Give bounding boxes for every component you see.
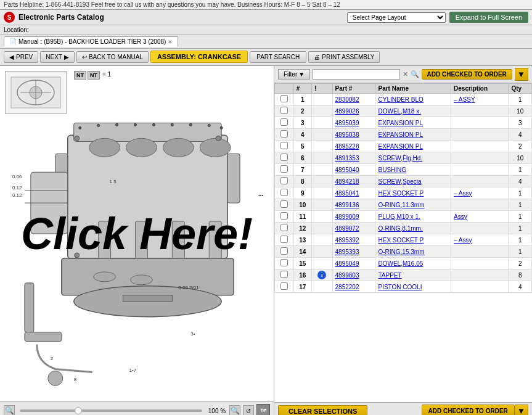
row-checkbox[interactable] — [280, 259, 288, 266]
row-part-num[interactable]: 4895041 — [332, 187, 375, 199]
minimap-icon[interactable]: 🗺 — [256, 404, 270, 415]
row-checkbox[interactable] — [280, 200, 288, 208]
row-part-num[interactable]: 4895038 — [332, 129, 375, 141]
row-checkbox[interactable] — [280, 95, 288, 102]
info-icon[interactable]: i — [317, 271, 326, 279]
row-part-name[interactable]: HEX SOCKET P — [375, 187, 451, 199]
row-part-name[interactable]: EXPANSION PL — [375, 117, 451, 129]
clear-selections-button[interactable]: CLEAR SELECTIONS — [278, 405, 367, 416]
add-to-order-dropdown-button[interactable]: ▼ — [515, 68, 528, 81]
row-checkbox[interactable] — [280, 130, 288, 138]
row-part-name[interactable]: O-RING,11.3mm — [375, 199, 451, 211]
row-part-name[interactable]: BUSHING — [375, 164, 451, 176]
part-name-link[interactable]: DOWEL,M16.05 — [378, 260, 423, 267]
part-name-link[interactable]: HEX SOCKET P — [378, 190, 424, 197]
part-name-link[interactable]: EXPANSION PL — [378, 120, 423, 126]
print-button[interactable]: 🖨 PRINT ASSEMBLY — [308, 51, 380, 63]
row-part-name[interactable]: PISTON COOLI — [375, 281, 451, 293]
row-checkbox[interactable] — [280, 118, 288, 126]
row-part-num[interactable]: 4899009 — [332, 211, 375, 223]
part-name-link[interactable]: SCREW,Specia — [378, 178, 421, 185]
zoom-slider-thumb[interactable] — [75, 407, 82, 414]
row-part-num[interactable]: 4895049 — [332, 258, 375, 269]
row-part-num[interactable]: 4899026 — [332, 105, 375, 117]
part-num-link[interactable]: 2830082 — [335, 96, 359, 103]
row-part-num[interactable]: 4895039 — [332, 117, 375, 129]
zoom-reset-button[interactable]: ↺ — [243, 405, 254, 415]
expand-button[interactable]: Expand to Full Screen — [449, 12, 528, 23]
row-checkbox[interactable] — [280, 212, 288, 220]
zoom-slider-container[interactable] — [17, 409, 205, 412]
row-part-name[interactable]: DOWEL,M16.05 — [375, 258, 451, 269]
row-part-num[interactable]: 4894218 — [332, 176, 375, 187]
row-checkbox[interactable] — [280, 189, 288, 196]
row-checkbox[interactable] — [280, 224, 288, 231]
parts-table-container[interactable]: # ! Part # Part Name Description Qty 128… — [274, 83, 532, 402]
row-checkbox[interactable] — [280, 165, 288, 173]
row-part-name[interactable]: SCREW,Specia — [375, 176, 451, 187]
row-checkbox[interactable] — [280, 142, 288, 149]
row-part-num[interactable]: 4899803 — [332, 269, 375, 281]
part-name-link[interactable]: TAPPET — [378, 272, 401, 279]
row-part-num[interactable]: 2852202 — [332, 281, 375, 293]
part-name-link[interactable]: O-RING,15.3mm — [378, 249, 424, 255]
row-part-num[interactable]: 4895228 — [332, 141, 375, 152]
part-name-link[interactable]: DOWEL,M18 x. — [378, 108, 420, 115]
part-search-button[interactable]: PART SEARCH — [250, 51, 306, 63]
part-name-link[interactable]: EXPANSION PL — [378, 131, 423, 138]
part-num-link[interactable]: 4899136 — [335, 202, 359, 208]
part-num-link[interactable]: 4895041 — [335, 190, 359, 197]
part-num-link[interactable]: 4899072 — [335, 225, 359, 232]
part-name-link[interactable]: HEX SOCKET P — [378, 237, 424, 244]
row-checkbox[interactable] — [280, 107, 288, 114]
part-num-link[interactable]: 4899009 — [335, 213, 359, 220]
add-to-order-button[interactable]: ADD CHECKED TO ORDER — [422, 69, 512, 80]
part-num-link[interactable]: 4895038 — [335, 131, 359, 138]
part-name-link[interactable]: O-RING,11.3mm — [378, 202, 424, 208]
row-checkbox[interactable] — [280, 177, 288, 184]
next-button[interactable]: NEXT ▶ — [40, 51, 75, 63]
row-checkbox[interactable] — [280, 271, 288, 278]
add-checked-dropdown-button[interactable]: ▼ — [515, 405, 528, 415]
description-link[interactable]: – Assy — [454, 237, 472, 244]
part-name-link[interactable]: CYLINDER BLO — [378, 96, 423, 103]
row-part-name[interactable]: DOWEL,M18 x. — [375, 105, 451, 117]
part-num-link[interactable]: 4895228 — [335, 143, 359, 150]
row-part-name[interactable]: CYLINDER BLO — [375, 94, 451, 105]
filter-input[interactable] — [313, 69, 399, 80]
row-part-num[interactable]: 4899072 — [332, 223, 375, 234]
row-checkbox[interactable] — [280, 282, 288, 290]
row-part-num[interactable]: 4895392 — [332, 234, 375, 246]
row-part-name[interactable]: O-RING,15.3mm — [375, 246, 451, 258]
row-part-num[interactable]: 4899136 — [332, 199, 375, 211]
description-link[interactable]: Assy — [454, 213, 467, 220]
part-name-link[interactable]: BUSHING — [378, 166, 406, 173]
row-part-name[interactable]: EXPANSION PL — [375, 129, 451, 141]
zoom-in-button[interactable]: 🔍 — [229, 405, 240, 415]
row-checkbox[interactable] — [280, 236, 288, 243]
part-num-link[interactable]: 2852202 — [335, 284, 359, 290]
part-num-link[interactable]: 4895040 — [335, 166, 359, 173]
part-name-link[interactable]: PISTON COOLI — [378, 284, 422, 290]
tab-close-icon[interactable]: ✕ — [168, 39, 173, 45]
page-layout-select[interactable]: Select Page Layout — [347, 12, 446, 23]
row-checkbox[interactable] — [280, 247, 288, 255]
part-num-link[interactable]: 4895049 — [335, 260, 359, 267]
row-part-name[interactable]: TAPPET — [375, 269, 451, 281]
zoom-out-button[interactable]: 🔍 — [4, 405, 15, 415]
row-part-name[interactable]: EXPANSION PL — [375, 141, 451, 152]
row-alert[interactable]: i — [312, 269, 333, 281]
filter-button[interactable]: Filter ▼ — [278, 69, 310, 80]
part-num-link[interactable]: 4891353 — [335, 155, 359, 162]
manual-tab[interactable]: 📄 Manual : (B95B) - BACKHOE LOADER TIER … — [4, 36, 178, 47]
row-part-name[interactable]: HEX SOCKET P — [375, 234, 451, 246]
part-num-link[interactable]: 4895039 — [335, 120, 359, 126]
part-name-link[interactable]: O-RING,8.1mm. — [378, 225, 422, 232]
row-part-num[interactable]: 4895040 — [332, 164, 375, 176]
description-link[interactable]: – ASSY — [454, 96, 475, 103]
zoom-slider[interactable] — [20, 409, 202, 412]
part-num-link[interactable]: 4895392 — [335, 237, 359, 244]
prev-button[interactable]: ◀ PREV — [4, 51, 38, 63]
row-part-name[interactable]: PLUG,M10 x 1. — [375, 211, 451, 223]
row-part-num[interactable]: 2830082 — [332, 94, 375, 105]
